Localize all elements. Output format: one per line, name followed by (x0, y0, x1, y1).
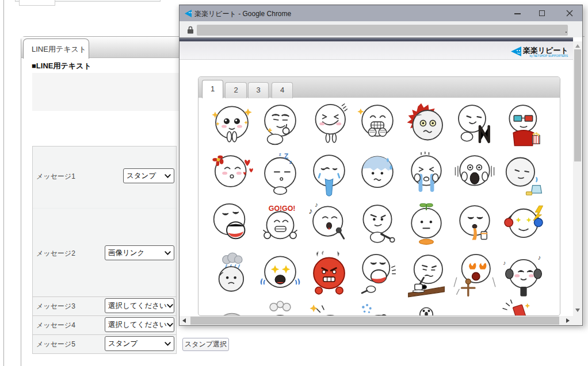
page-top-dark-bar (180, 37, 573, 41)
scroll-up-arrow[interactable] (575, 44, 580, 48)
message-select-5[interactable]: スタンプ (105, 336, 174, 351)
sticker-red-card[interactable] (502, 305, 545, 317)
sticker-sprout-pout[interactable] (404, 205, 448, 248)
row-separator (33, 296, 176, 297)
sticker-giggle-hands[interactable] (356, 105, 399, 148)
sticker-steam-pop[interactable] (258, 305, 302, 317)
page-left-border (3, 0, 4, 366)
sticker-page-tab-2[interactable]: 2 (225, 82, 247, 98)
horizontal-scrollbar-thumb[interactable] (190, 317, 559, 325)
svg-text:z: z (279, 152, 281, 157)
sticker-slurp-orange[interactable] (453, 205, 497, 248)
minimize-button[interactable] (509, 5, 526, 21)
message-row-label: メッセージ2 (36, 249, 75, 259)
svg-text:z: z (289, 159, 292, 165)
select-value: 選択してください (108, 301, 167, 311)
message-row-label: メッセージ3 (36, 302, 75, 311)
window-icon (183, 9, 193, 18)
sticker-spark-surprise[interactable] (307, 305, 351, 317)
sticker-star-eyes-shout[interactable] (258, 255, 302, 298)
sticker-page-tab-4[interactable]: 4 (272, 82, 293, 98)
sticker-gogo-cheer[interactable]: GO!GO! (258, 205, 302, 248)
scrollbar-corner (573, 316, 582, 325)
sticker-pale-shock[interactable] (356, 155, 399, 198)
popup-window: 楽楽リピート - Google Chrome 楽楽リピート by NETSHOP… (179, 5, 583, 326)
sticker-sleepy-zzz[interactable]: Zzz (258, 155, 302, 198)
message-select-1[interactable]: スタンプ (123, 168, 174, 183)
message-select-3[interactable]: 選択してください (105, 298, 174, 313)
sticker-shy-dots[interactable] (356, 305, 399, 317)
svg-text:♪: ♪ (503, 259, 506, 265)
sticker-gray-sulk[interactable] (210, 305, 254, 317)
sticker-laugh-big[interactable] (210, 205, 254, 248)
select-value: 選択してください (108, 320, 167, 330)
sticker-rain-cloud[interactable] (210, 255, 254, 298)
url-field[interactable] (197, 25, 568, 36)
stamp-select-button[interactable]: スタンプ選択 (182, 338, 229, 351)
tab-line-text-label: LINE用テキスト (32, 45, 86, 53)
sticker-3d-glasses-popcorn[interactable] (502, 105, 545, 148)
scroll-right-arrow[interactable] (566, 318, 570, 323)
sticker-sing-note[interactable]: ♪♪ (307, 205, 351, 248)
top-cropped-tab (19, 0, 55, 6)
svg-text:♪: ♪ (537, 253, 541, 260)
lock-icon (187, 26, 194, 34)
sticker-headphone-flash[interactable] (502, 205, 545, 248)
scroll-left-arrow[interactable] (182, 318, 186, 323)
brand-logo-icon (509, 45, 522, 58)
tab-line-text[interactable]: LINE用テキスト (23, 38, 89, 59)
sticker-mop-bucket[interactable] (502, 155, 545, 198)
sticker-page-tab-1[interactable]: 1 (202, 80, 223, 98)
sticker-black-hair[interactable] (453, 305, 497, 317)
sticker-sparkle-plead[interactable] (210, 105, 254, 148)
section-heading: ■LINE用テキスト (32, 61, 91, 71)
popup-title: 楽楽リピート - Google Chrome (194, 9, 291, 19)
sticker-flower-kiss[interactable] (210, 155, 254, 198)
sticker-point-mic[interactable] (356, 205, 399, 248)
sticker-shock-burst[interactable] (404, 105, 448, 148)
select-value: スタンプ (127, 171, 156, 181)
close-button[interactable] (560, 5, 578, 21)
row-separator (33, 315, 176, 316)
popup-titlebar: 楽楽リピート - Google Chrome (180, 5, 582, 21)
svg-text:Z: Z (284, 152, 289, 160)
message-row-label: メッセージ5 (36, 340, 75, 349)
sticker-music-phone[interactable]: ♪♪ (502, 255, 545, 298)
message-row-label: メッセージ4 (36, 321, 75, 330)
sticker-page-tab-3[interactable]: 3 (248, 82, 269, 98)
sticker-red-rage[interactable] (307, 255, 351, 298)
text-area-block (32, 73, 180, 111)
sticker-fire-eyes-voodoo[interactable] (453, 255, 497, 298)
sticker-coffee-sip[interactable] (404, 255, 448, 298)
select-value: スタンプ (108, 339, 138, 349)
sticker-grin-lean[interactable] (307, 105, 351, 148)
sticker-cry-waterfall[interactable] (404, 155, 448, 198)
message-select-2[interactable]: 画像リンク (105, 245, 174, 260)
maximize-button[interactable] (533, 5, 550, 21)
brand-logo: 楽楽リピート by NETSHOP SUPPORTERS (509, 44, 569, 59)
sticker-mock-laugh[interactable] (356, 255, 399, 298)
sticker-panel: 1234 ZzzGO!GO!♪♪♪♪ (198, 76, 560, 316)
url-text-fragment (566, 32, 567, 33)
brand-logo-subtext: by NETSHOP SUPPORTERS (523, 54, 568, 57)
svg-text:♪: ♪ (308, 206, 312, 215)
sticker-smug-think[interactable] (258, 105, 302, 148)
row-separator (33, 208, 176, 209)
message-row-label: メッセージ1 (36, 172, 75, 182)
svg-text:♪: ♪ (315, 201, 318, 208)
row-separator (33, 334, 176, 335)
sticker-scream[interactable] (453, 155, 497, 198)
sticker-ghost-peek[interactable] (404, 305, 448, 317)
message-select-4[interactable]: 選択してください (105, 317, 174, 332)
sticker-cry-drool[interactable] (307, 155, 351, 198)
vertical-scrollbar-thumb[interactable] (574, 49, 581, 161)
select-value: 画像リンク (108, 248, 144, 258)
sticker-moon-n[interactable] (453, 105, 497, 148)
scroll-down-arrow[interactable] (575, 309, 580, 312)
